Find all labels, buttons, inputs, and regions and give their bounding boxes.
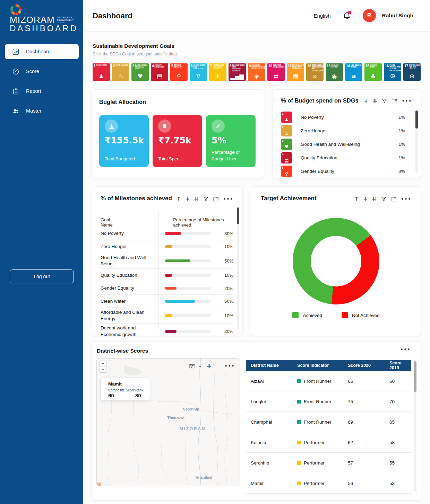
sun-icon: ☀ bbox=[209, 73, 226, 79]
col-score-indicator: Score Indicator bbox=[297, 363, 347, 368]
district-table-row: Aizawl Front Runner 66 60 bbox=[246, 371, 411, 391]
sidebar-item-score[interactable]: Score bbox=[5, 64, 79, 79]
scrollbar[interactable] bbox=[237, 207, 239, 329]
goal-name: No Poverty bbox=[301, 115, 324, 120]
receipt-icon bbox=[158, 120, 171, 133]
language-selector[interactable]: English bbox=[313, 13, 330, 19]
stat-value: ₹7.75k bbox=[158, 135, 191, 145]
sort-ascending-icon[interactable]: ↑ bbox=[354, 196, 359, 202]
user-avatar[interactable]: R bbox=[363, 9, 376, 22]
tooltip-district: Mamit bbox=[108, 381, 122, 387]
sdg-goal-tile-2[interactable]: 2 ZERO HUNGER ♨ bbox=[112, 63, 129, 81]
filter-icon[interactable] bbox=[382, 98, 387, 104]
sidebar-item-dashboard[interactable]: Dashboard bbox=[5, 44, 79, 59]
donut-legend: Achieved Not Achieved bbox=[251, 312, 421, 318]
scrollbar[interactable] bbox=[414, 360, 416, 492]
goal-name: Gender Equality bbox=[301, 169, 334, 174]
zoom-in-button[interactable]: + bbox=[100, 361, 106, 366]
sdg-goal-tile-10[interactable]: 10 REDUCED INEQUALITIES ⇄ bbox=[267, 63, 285, 81]
sdg-goal-tile-3[interactable]: 3 GOOD HEALTH AND WELL-BEING ♥ bbox=[131, 63, 149, 81]
percent-value: 60% bbox=[224, 299, 233, 304]
more-options-icon[interactable]: ••• bbox=[223, 197, 233, 201]
eye-earth-icon: ◉ bbox=[326, 73, 343, 79]
sdg-goal-tile-4[interactable]: 4 QUALITY EDUCATION ▤ bbox=[151, 63, 168, 81]
scrollbar[interactable] bbox=[415, 110, 418, 173]
sdg-goal-tile-17[interactable]: 17 PARTNERSHIPS FOR THE GOALS ⊛ bbox=[403, 63, 421, 81]
expand-icon[interactable] bbox=[213, 196, 219, 202]
tooltip-rank-value: 80 bbox=[135, 392, 141, 398]
map-label-mizoram: MIZORAM bbox=[179, 426, 206, 431]
stat-value: ₹155.5k bbox=[105, 135, 144, 145]
district-map[interactable]: Serchhip Thenzawl MIZORAM Hnahthial + − … bbox=[96, 358, 240, 486]
progress-fill bbox=[165, 300, 195, 303]
indicator-swatch bbox=[297, 481, 301, 485]
sdg-goal-tile-12[interactable]: 12 RESPONSIBLE CONSUMPTION AND PRODUCTIO… bbox=[306, 63, 324, 81]
sidebar-item-report[interactable]: Report bbox=[5, 83, 79, 99]
sort-both-icon[interactable]: ⇊ bbox=[194, 196, 199, 202]
sdg-goal-tile-8[interactable]: 8 DECENT WORK AND ECONOMIC GROWTH ▂▄▆ bbox=[229, 63, 246, 81]
notification-bell-icon[interactable] bbox=[343, 11, 351, 20]
sort-both-icon[interactable]: ⇊ bbox=[372, 196, 377, 202]
filter-icon[interactable] bbox=[203, 196, 208, 202]
percent-value: 20% bbox=[224, 286, 233, 291]
sort-descending-icon[interactable]: ↓ bbox=[363, 196, 368, 202]
legend-item: Not Achieved bbox=[342, 312, 380, 318]
district-name: Aizawl bbox=[246, 379, 297, 384]
goal-name: No Poverty bbox=[101, 229, 157, 238]
more-options-icon[interactable]: ••• bbox=[401, 197, 411, 201]
more-options-icon[interactable]: ••• bbox=[225, 364, 235, 368]
progress-track bbox=[165, 259, 211, 262]
sort-both-icon[interactable]: ⇊ bbox=[207, 363, 211, 369]
percent-value: 20% bbox=[224, 329, 233, 334]
sort-both-icon[interactable]: ⇊ bbox=[373, 98, 377, 104]
expand-icon[interactable] bbox=[392, 98, 397, 104]
indicator-swatch bbox=[297, 379, 301, 383]
sort-ascending-icon[interactable]: ↑ bbox=[355, 98, 360, 104]
district-table-row: Kolasib Performer 62 58 bbox=[246, 432, 411, 453]
more-options-icon[interactable]: ••• bbox=[402, 99, 412, 103]
sort-ascending-icon[interactable]: ↑ bbox=[177, 196, 181, 202]
sdg-goal-tile-5[interactable]: 5 GENDER EQUALITY ♀ bbox=[170, 63, 188, 81]
indicator-label: Performer bbox=[304, 460, 325, 466]
goal-name: Quality Education bbox=[301, 155, 337, 160]
goal-percent: 1% bbox=[398, 115, 405, 120]
target-achievement-title: Target Achievement bbox=[261, 195, 317, 202]
milestone-row: Affordable and Clean Energy 10% bbox=[101, 308, 233, 323]
score-2020: 66 bbox=[347, 379, 389, 384]
sdg-goal-tile-14[interactable]: 14 LIFE BELOW WATER ≋ bbox=[345, 63, 362, 81]
filter-icon[interactable] bbox=[381, 196, 386, 202]
people-icon: ♟ bbox=[93, 73, 110, 79]
logout-button[interactable]: Log out bbox=[10, 269, 74, 283]
progress-track bbox=[165, 287, 211, 290]
progress-fill bbox=[165, 314, 172, 317]
sdg-goal-tile-7[interactable]: 7 AFFORDABLE AND CLEAN ENERGY ☀ bbox=[209, 63, 226, 81]
percent-value: 30% bbox=[224, 231, 233, 236]
line-chart-icon bbox=[12, 48, 19, 55]
goal-name: Decent work and Economic growth bbox=[101, 324, 157, 339]
sdg-goal-tile-16[interactable]: 16 PEACE JUSTICE AND STRONG INSTITUTIONS… bbox=[384, 63, 401, 81]
score-2019: 70 bbox=[389, 399, 410, 404]
sdg-goal-tile-9[interactable]: 9 INDUSTRY INNOVATION AND INFRASTRUCTURE… bbox=[248, 63, 265, 81]
milestones-table-header: Goal Name Percentage of Milestones achie… bbox=[101, 217, 232, 228]
district-name: Lunglei bbox=[246, 399, 297, 404]
zoom-out-button[interactable]: − bbox=[100, 366, 106, 372]
sdg-goal-tile-6[interactable]: 6 CLEAN WATER AND SANITATION ∇ bbox=[190, 63, 207, 81]
sidebar-item-master[interactable]: Master bbox=[5, 103, 79, 118]
map-zoom-control: + − bbox=[100, 361, 106, 373]
sort-descending-icon[interactable]: ↓ bbox=[185, 196, 190, 202]
expand-icon[interactable] bbox=[391, 196, 397, 202]
indicator-label: Performer bbox=[304, 440, 325, 445]
sdg-goal-tile-13[interactable]: 13 CLIMATE ACTION ◉ bbox=[326, 63, 343, 81]
sdg-goal-tile-11[interactable]: 11 SUSTAINABLE CITIES AND COMMUNITIES ▦ bbox=[287, 63, 304, 81]
city-icon: ▦ bbox=[287, 73, 304, 79]
sdg-goal-tile-15[interactable]: 15 LIFE ON LAND ♣ bbox=[364, 63, 382, 81]
budget-stat-card: 5% Percentage of Budget User bbox=[206, 115, 256, 167]
progress-fill bbox=[165, 259, 190, 262]
more-options-icon[interactable]: ••• bbox=[401, 347, 411, 352]
sort-descending-icon[interactable]: ↓ bbox=[198, 363, 202, 369]
goal-name: Good Health and Well-Being bbox=[301, 142, 360, 147]
indicator-swatch bbox=[297, 420, 301, 424]
sdg-goal-tile-1[interactable]: 1 NO POVERTY ♟ bbox=[93, 63, 110, 81]
sort-descending-icon[interactable]: ↓ bbox=[364, 98, 368, 104]
dove-icon: ☮ bbox=[384, 73, 401, 79]
